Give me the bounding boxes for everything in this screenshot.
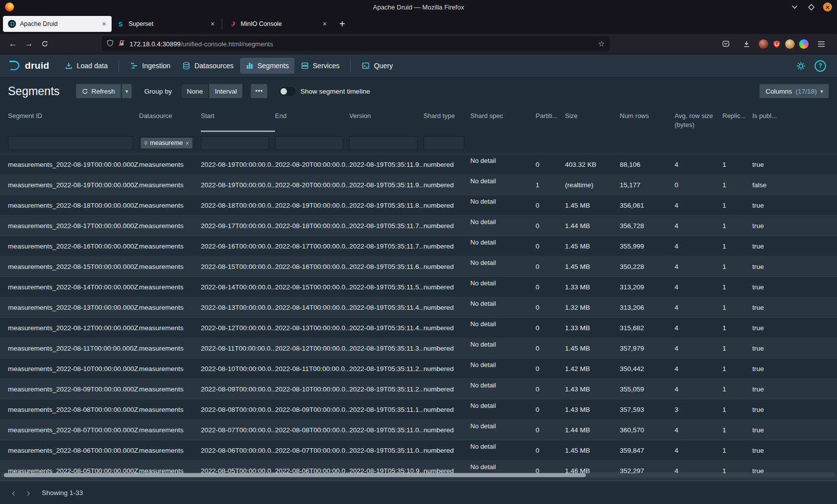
cell-version: 2022-08-19T05:35:11.8... [349, 202, 423, 209]
filter-input-end[interactable] [275, 136, 343, 150]
cell-shard-spec: No detail [470, 440, 536, 450]
pocket-icon[interactable] [718, 36, 734, 51]
table-row[interactable]: measurements_2022-08-19T00:00:00.000Z...… [0, 175, 837, 195]
tab-apache-druid[interactable]: Apache Druid × [3, 16, 112, 32]
column-header-segment-id[interactable]: Segment ID [8, 105, 139, 132]
nav-segments[interactable]: Segments [240, 58, 294, 74]
cell-size: 1.33 MB [565, 324, 620, 332]
new-tab-button[interactable]: + [334, 18, 350, 30]
table-row[interactable]: measurements_2022-08-18T00:00:00.000Z...… [0, 195, 837, 216]
table-row[interactable]: measurements_2022-08-06T00:00:00.000Z...… [0, 440, 837, 461]
tab-superset[interactable]: S Superset × [112, 16, 220, 32]
column-header-size[interactable]: Size [565, 105, 620, 132]
table-row[interactable]: measurements_2022-08-14T00:00:00.000Z...… [0, 277, 837, 297]
window-maximize-button[interactable] [807, 2, 816, 11]
bookmark-star-icon[interactable]: ☆ [598, 39, 605, 48]
cell-replicas: 1 [722, 324, 752, 332]
table-row[interactable]: measurements_2022-08-17T00:00:00.000Z...… [0, 216, 837, 236]
tracking-protection-icon[interactable] [107, 39, 114, 49]
window-close-button[interactable]: × [823, 2, 832, 11]
column-header-shard-type[interactable]: Shard type [423, 105, 470, 132]
more-options-button[interactable]: ••• [251, 84, 268, 99]
previous-page-button[interactable]: ‹ [6, 485, 21, 500]
datasource-filter-chip[interactable]: ≡measureme× [141, 138, 192, 148]
table-row[interactable]: measurements_2022-08-07T00:00:00.000Z...… [0, 420, 837, 440]
horizontal-scrollbar[interactable] [1, 472, 836, 478]
toggle-knob [280, 88, 287, 95]
profile-avatar[interactable] [785, 39, 795, 49]
table-header-row: Segment IDDatasourceStartEndVersionShard… [0, 105, 837, 132]
settings-gear-icon[interactable] [796, 61, 806, 71]
downloads-icon[interactable] [738, 36, 754, 51]
cell-shard-type: numbered [423, 365, 470, 373]
tab-close-icon[interactable]: × [209, 20, 216, 28]
tab-close-icon[interactable]: × [101, 20, 108, 28]
cell-segment-id: measurements_2022-08-09T00:00:00.000Z... [8, 385, 139, 393]
columns-button[interactable]: Columns (17/18) ▾ [759, 84, 829, 99]
account-avatar[interactable] [759, 39, 768, 49]
nav-query[interactable]: Query [356, 58, 398, 74]
connection-not-secure-icon[interactable] [118, 39, 125, 49]
cell-partition: 0 [536, 406, 565, 413]
cell-is-published: true [752, 222, 837, 230]
tab-close-icon[interactable]: × [321, 20, 328, 28]
table-row[interactable]: measurements_2022-08-16T00:00:00.000Z...… [0, 236, 837, 256]
table-row[interactable]: measurements_2022-08-09T00:00:00.000Z...… [0, 379, 837, 399]
extension-icon[interactable] [799, 39, 809, 49]
column-header-end[interactable]: End [275, 105, 349, 132]
column-header-num-rows[interactable]: Num rows [620, 105, 675, 132]
nav-ingestion[interactable]: Ingestion [125, 58, 176, 74]
table-row[interactable]: measurements_2022-08-11T00:00:00.000Z...… [0, 338, 837, 359]
segment-timeline-switch[interactable]: Show segment timeline [279, 87, 370, 96]
filter-input-datasource[interactable]: ≡measureme× [139, 136, 195, 150]
remove-filter-icon[interactable]: × [185, 139, 189, 147]
nav-load-data[interactable]: Load data [59, 58, 113, 74]
column-header-version[interactable]: Version [349, 105, 423, 132]
scrollbar-thumb[interactable] [4, 473, 586, 477]
reload-button[interactable] [37, 36, 53, 51]
group-by-none-button[interactable]: None [181, 84, 209, 99]
back-button[interactable]: ← [5, 36, 21, 51]
filter-input-start[interactable] [201, 136, 269, 150]
table-row[interactable]: measurements_2022-08-10T00:00:00.000Z...… [0, 359, 837, 379]
cell-datasource: measurements [139, 283, 201, 291]
cell-datasource: measurements [139, 447, 201, 454]
column-header-replicas[interactable]: Replic... [722, 105, 752, 132]
cell-end: 2022-08-19T00:00:00.0... [275, 202, 349, 209]
next-page-button[interactable]: › [21, 485, 36, 500]
column-header-start[interactable]: Start [201, 105, 275, 132]
nav-datasources[interactable]: Datasources [177, 58, 239, 74]
table-row[interactable]: measurements_2022-08-05T00:00:00.000Z...… [0, 461, 837, 481]
column-header-partition[interactable]: Partiti... [536, 105, 565, 132]
nav-services[interactable]: Services [295, 58, 345, 74]
table-row[interactable]: measurements_2022-08-15T00:00:00.000Z...… [0, 256, 837, 277]
druid-brand[interactable]: druid [7, 60, 49, 72]
filter-input-version[interactable] [349, 136, 418, 150]
group-by-interval-button[interactable]: Interval [209, 84, 243, 99]
column-header-shard-spec[interactable]: Shard spec [470, 105, 536, 132]
menu-icon[interactable] [813, 36, 829, 51]
refresh-button[interactable]: Refresh [76, 84, 121, 99]
filter-input-shard-type[interactable] [423, 136, 464, 150]
table-row[interactable]: measurements_2022-08-12T00:00:00.000Z...… [0, 318, 837, 338]
url-bar[interactable]: 172.18.0.4:30899/unified-console.html#se… [102, 36, 610, 51]
cell-num-rows: 357,979 [620, 345, 675, 352]
window-minimize-button[interactable] [790, 2, 799, 11]
toggle-track[interactable] [279, 87, 295, 96]
nav-label: Services [313, 62, 340, 70]
column-header-avg-row-size[interactable]: Avg. row size (bytes) [675, 105, 722, 132]
cell-segment-id: measurements_2022-08-15T00:00:00.000Z... [8, 263, 139, 270]
table-row[interactable]: measurements_2022-08-13T00:00:00.000Z...… [0, 297, 837, 318]
ublock-icon[interactable] [773, 40, 781, 48]
column-header-is-published[interactable]: Is publ... [752, 105, 837, 132]
cell-start: 2022-08-19T00:00:00.0... [201, 161, 275, 168]
forward-button[interactable]: → [21, 36, 37, 51]
column-header-datasource[interactable]: Datasource [139, 105, 201, 132]
table-row[interactable]: measurements_2022-08-08T00:00:00.000Z...… [0, 399, 837, 420]
cell-start: 2022-08-11T00:00:00.0... [201, 345, 275, 352]
tab-minio-console[interactable]: MinIO Console × [224, 16, 332, 32]
refresh-dropdown-button[interactable]: ▾ [122, 84, 133, 99]
help-icon[interactable]: ? [815, 60, 826, 72]
table-row[interactable]: measurements_2022-08-19T00:00:00.000Z...… [0, 154, 837, 175]
filter-input-segment-id[interactable] [8, 136, 133, 150]
